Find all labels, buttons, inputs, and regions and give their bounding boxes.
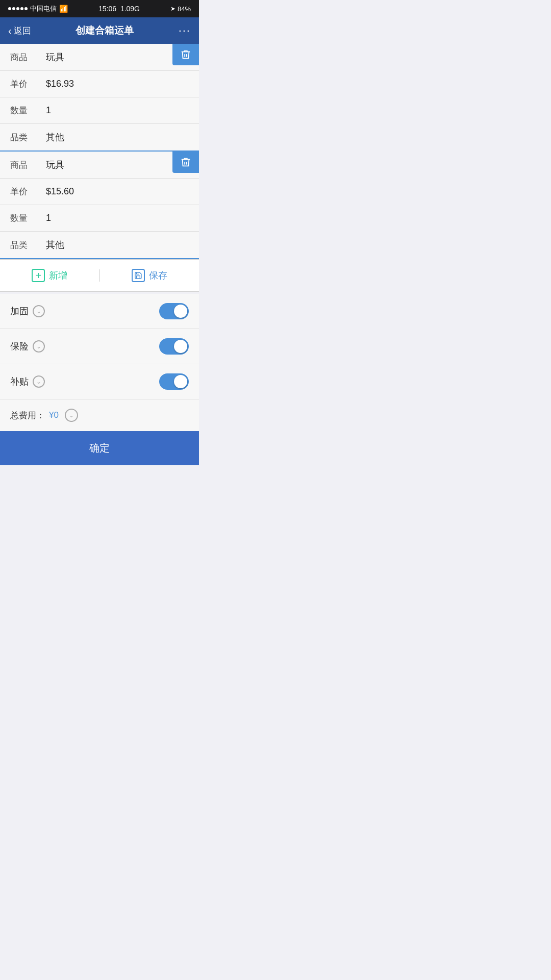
content: 商品 玩具 单价 $16.93 数量 1 品类 其他 商品 — [0, 44, 199, 465]
item-2-field-product: 商品 玩具 — [0, 152, 199, 179]
save-button[interactable]: 保存 — [100, 260, 199, 291]
save-label: 保存 — [149, 269, 167, 282]
subsidy-toggle[interactable] — [159, 373, 189, 390]
value-quantity-2: 1 — [46, 213, 51, 223]
reinforce-expand-icon[interactable]: ⌄ — [33, 305, 45, 317]
item-card-2: 商品 玩具 单价 $15.60 数量 1 品类 其他 — [0, 152, 199, 259]
location-icon: ➤ — [170, 5, 176, 12]
label-category-1: 品类 — [10, 132, 41, 143]
option-left-subsidy: 补贴 ⌄ — [10, 375, 45, 388]
signal-dots — [8, 7, 28, 10]
nav-bar: ‹ 返回 创建合箱运单 ··· — [0, 17, 199, 44]
carrier-label: 中国电信 — [30, 4, 57, 13]
value-price-1: $16.93 — [46, 79, 74, 89]
add-button[interactable]: + 新增 — [0, 260, 99, 291]
value-product-1: 玩具 — [46, 51, 64, 63]
option-left-reinforce: 加固 ⌄ — [10, 305, 45, 317]
label-product-2: 商品 — [10, 159, 41, 171]
back-label: 返回 — [14, 25, 31, 37]
wifi-icon: 📶 — [59, 5, 68, 13]
item-1-field-category: 品类 其他 — [0, 124, 199, 150]
status-right: ➤ 84% — [170, 5, 191, 13]
value-price-2: $15.60 — [46, 186, 74, 197]
action-bar: + 新增 保存 — [0, 259, 199, 292]
total-label: 总费用： — [10, 410, 45, 421]
back-button[interactable]: ‹ 返回 — [8, 25, 31, 37]
status-time: 15:06 1.09G — [98, 5, 140, 13]
total-row: 总费用： ¥0 ⌄ — [0, 399, 199, 431]
item-1-field-price: 单价 $16.93 — [0, 71, 199, 97]
reinforce-toggle-knob — [174, 305, 187, 318]
value-product-2: 玩具 — [46, 159, 64, 171]
page-title: 创建合箱运单 — [76, 24, 134, 37]
option-left-insurance: 保险 ⌄ — [10, 340, 45, 353]
status-bar: 中国电信 📶 15:06 1.09G ➤ 84% — [0, 0, 199, 17]
reinforce-toggle[interactable] — [159, 303, 189, 319]
subsidy-expand-icon[interactable]: ⌄ — [33, 375, 45, 388]
item-1-field-product: 商品 玩具 — [0, 44, 199, 71]
battery-label: 84% — [178, 5, 191, 13]
total-value: ¥0 — [49, 410, 59, 420]
add-icon: + — [32, 269, 45, 282]
status-left: 中国电信 📶 — [8, 4, 68, 13]
label-quantity-2: 数量 — [10, 212, 41, 224]
subsidy-toggle-knob — [174, 375, 187, 388]
label-price-1: 单价 — [10, 78, 41, 90]
add-label: 新增 — [49, 269, 67, 282]
label-price-2: 单价 — [10, 186, 41, 197]
delete-button-1[interactable] — [172, 44, 199, 65]
option-label-insurance: 保险 — [10, 340, 29, 353]
insurance-toggle[interactable] — [159, 338, 189, 355]
label-quantity-1: 数量 — [10, 105, 41, 116]
more-button[interactable]: ··· — [179, 24, 191, 37]
save-icon — [132, 269, 145, 282]
total-expand-icon[interactable]: ⌄ — [65, 409, 78, 422]
item-2-field-quantity: 数量 1 — [0, 205, 199, 232]
back-chevron-icon: ‹ — [8, 25, 12, 37]
option-label-subsidy: 补贴 — [10, 375, 29, 388]
insurance-toggle-knob — [174, 340, 187, 353]
item-2-field-price: 单价 $15.60 — [0, 179, 199, 205]
option-row-insurance: 保险 ⌄ — [0, 329, 199, 364]
item-card-1: 商品 玩具 单价 $16.93 数量 1 品类 其他 — [0, 44, 199, 152]
label-product-1: 商品 — [10, 52, 41, 63]
option-row-subsidy: 补贴 ⌄ — [0, 364, 199, 399]
delete-button-2[interactable] — [172, 152, 199, 173]
insurance-expand-icon[interactable]: ⌄ — [33, 340, 45, 353]
value-quantity-1: 1 — [46, 105, 51, 116]
item-1-field-quantity: 数量 1 — [0, 97, 199, 124]
label-category-2: 品类 — [10, 239, 41, 251]
value-category-1: 其他 — [46, 131, 64, 143]
confirm-button[interactable]: 确定 — [0, 431, 199, 465]
options-section: 加固 ⌄ 保险 ⌄ 补贴 — [0, 294, 199, 431]
value-category-2: 其他 — [46, 239, 64, 251]
option-label-reinforce: 加固 — [10, 305, 29, 317]
item-2-field-category: 品类 其他 — [0, 232, 199, 258]
option-row-reinforce: 加固 ⌄ — [0, 294, 199, 329]
